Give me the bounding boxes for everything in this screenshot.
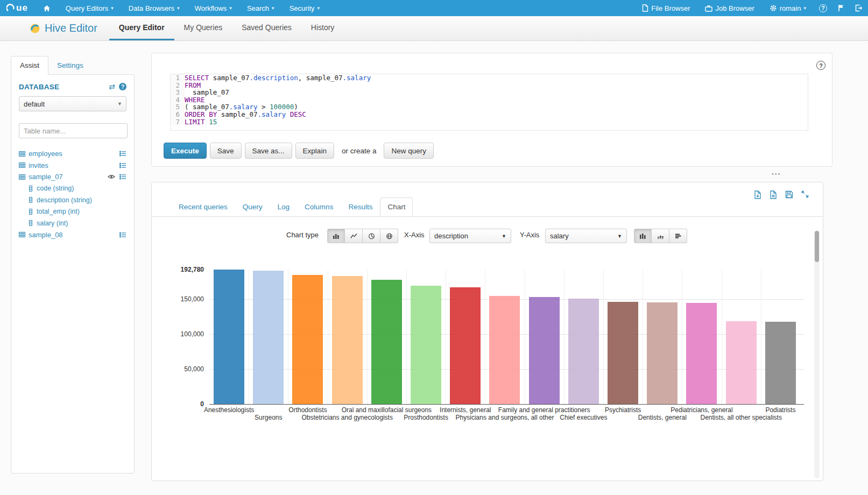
editor-help-icon[interactable]: ? — [816, 61, 825, 70]
save-as-button[interactable]: Save as... — [245, 143, 292, 159]
table-row-employees[interactable]: employees — [19, 148, 126, 160]
hue-logo-text: ue — [16, 3, 28, 13]
y-axis-tick: 150,000 — [158, 295, 204, 303]
gridline-v — [761, 270, 761, 404]
logout-button[interactable] — [850, 0, 868, 16]
help-icon[interactable]: ? — [119, 83, 126, 90]
menu-query-editors[interactable]: Query Editors ▾ — [58, 0, 121, 16]
new-query-button[interactable]: New query — [384, 143, 434, 159]
x-axis-label: Internists, general — [440, 406, 491, 414]
column-row-salary[interactable]: salary (int) — [19, 217, 126, 229]
home-menu[interactable] — [36, 0, 58, 16]
column-icon — [28, 197, 33, 203]
y-axis-tick: 50,000 — [158, 365, 204, 373]
chart-bar[interactable] — [686, 303, 717, 404]
feedback-button[interactable] — [832, 0, 850, 16]
chart-bar[interactable] — [371, 280, 402, 404]
chevron-down-icon: ▾ — [111, 5, 114, 11]
database-select[interactable]: default ▼ — [19, 96, 126, 111]
scrollbar-track[interactable] — [814, 231, 820, 478]
show-details-icon[interactable] — [119, 174, 126, 180]
resize-handle[interactable]: ••• — [772, 171, 781, 177]
show-details-icon[interactable] — [119, 151, 126, 157]
tab-my-queries[interactable]: My Queries — [174, 16, 232, 40]
refresh-icon[interactable]: ⇄ — [109, 82, 115, 91]
file-browser-link[interactable]: File Browser — [634, 0, 697, 16]
menu-data-browsers[interactable]: Data Browsers ▾ — [121, 0, 187, 16]
line-number: 1 — [171, 74, 185, 82]
line-number: 5 — [171, 103, 185, 111]
gridline-v — [446, 270, 446, 404]
chart-bar[interactable] — [726, 321, 757, 404]
y-axis-tick: 192,780 — [158, 266, 204, 273]
gridline-v — [525, 270, 525, 404]
chart-bar[interactable] — [214, 270, 244, 404]
menu-workflows[interactable]: Workflows ▾ — [187, 0, 239, 16]
x-axis-label: Chief executives — [560, 414, 607, 421]
app-title[interactable]: Hive Editor — [0, 16, 97, 40]
sql-editor[interactable]: 1SELECT sample_07.description, sample_07… — [170, 74, 808, 131]
menu-search[interactable]: Search ▾ — [239, 0, 282, 16]
chart-bar[interactable] — [253, 271, 284, 404]
tab-saved-queries[interactable]: Saved Queries — [232, 16, 301, 40]
table-filter-input[interactable] — [19, 123, 128, 138]
help-button[interactable]: ? — [814, 0, 832, 16]
chevron-down-icon: ▼ — [117, 101, 122, 107]
hue-logo[interactable]: ue — [0, 3, 36, 13]
execute-button[interactable]: Execute — [164, 143, 207, 159]
table-row-sample-08[interactable]: sample_08 — [19, 229, 126, 241]
table-row-sample-07[interactable]: sample_07 — [19, 171, 126, 183]
gridline-v — [406, 270, 407, 404]
explain-button[interactable]: Explain — [295, 143, 334, 159]
x-axis-label: Orthodontists — [288, 406, 327, 414]
assist-panel: DATABASE ⇄ ? default ▼ employees — [11, 74, 135, 473]
preview-eye-icon[interactable] — [108, 174, 115, 179]
gridline-v — [682, 270, 682, 404]
x-axis-label: Prosthodontists — [404, 414, 448, 421]
show-details-icon[interactable] — [119, 232, 126, 238]
column-icon — [28, 209, 33, 215]
scrollbar-thumb[interactable] — [815, 231, 819, 262]
x-axis-label: Dentists, all other specialists — [700, 414, 781, 421]
gridline-v — [643, 270, 643, 404]
user-menu[interactable]: romain ▾ — [762, 0, 814, 16]
tab-settings[interactable]: Settings — [48, 56, 92, 74]
line-number: 3 — [171, 89, 185, 96]
chart-bar[interactable] — [292, 275, 323, 404]
column-icon — [28, 186, 33, 192]
tab-assist[interactable]: Assist — [11, 56, 48, 75]
x-axis-label: Obstetricians and gynecologists — [301, 414, 392, 421]
chart-bar[interactable] — [647, 302, 678, 404]
or-create-text: or create a — [342, 147, 377, 155]
x-axis-label: Pediatricians, general — [671, 406, 732, 414]
tab-query-editor[interactable]: Query Editor — [109, 16, 174, 40]
x-axis-label: Oral and maxillofacial surgeons — [342, 406, 432, 414]
tab-history[interactable]: History — [301, 16, 344, 40]
chart-bar[interactable] — [765, 322, 796, 404]
chart-bar[interactable] — [529, 297, 560, 404]
logout-icon — [855, 4, 863, 12]
chart-bar[interactable] — [568, 299, 599, 404]
gridline-v — [249, 270, 249, 404]
gridline-v — [603, 270, 604, 404]
save-button[interactable]: Save — [210, 143, 242, 159]
x-axis-label: Podiatrists — [765, 406, 795, 414]
column-row-description[interactable]: description (string) — [19, 194, 126, 206]
briefcase-icon — [705, 5, 712, 12]
column-row-code[interactable]: code (string) — [19, 183, 126, 195]
chart-bar[interactable] — [489, 296, 520, 404]
hive-logo-icon — [30, 23, 40, 34]
show-details-icon[interactable] — [119, 162, 126, 168]
column-row-total-emp[interactable]: total_emp (int) — [19, 206, 126, 218]
chart-bar[interactable] — [608, 302, 638, 404]
chevron-down-icon: ▾ — [177, 5, 180, 11]
table-row-invites[interactable]: invites — [19, 160, 126, 172]
gridline-v — [288, 270, 288, 404]
chevron-down-icon: ▾ — [803, 5, 806, 11]
chart-bar[interactable] — [450, 287, 481, 404]
menu-security[interactable]: Security ▾ — [282, 0, 328, 16]
job-browser-link[interactable]: Job Browser — [697, 0, 761, 16]
chart-bar[interactable] — [411, 286, 441, 404]
query-actions: Execute Save Save as... Explain or creat… — [164, 143, 434, 159]
chart-bar[interactable] — [332, 276, 363, 404]
